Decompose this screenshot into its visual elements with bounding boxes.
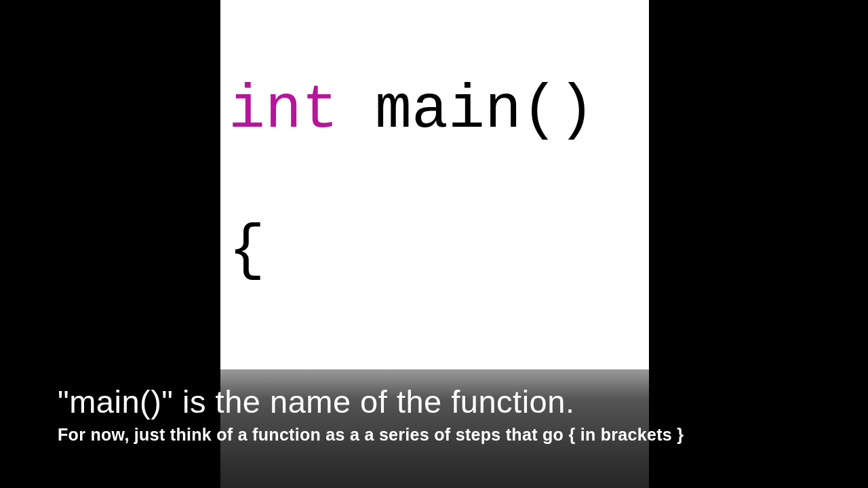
caption-secondary: For now, just think of a function as a a…: [58, 425, 810, 445]
code-panel: int main() { return 0; }: [220, 0, 649, 369]
identifier-main: main: [375, 76, 521, 145]
code-line-2: {: [229, 216, 641, 287]
keyword-int: int: [229, 76, 338, 145]
parens: (): [521, 76, 595, 145]
code-block: int main() { return 0; }: [220, 0, 649, 369]
open-brace: {: [229, 216, 265, 285]
code-line-1: int main(): [229, 76, 641, 146]
code-line-3: [229, 357, 641, 370]
caption-text: "main()" is the name of the function. Fo…: [58, 383, 810, 445]
caption-primary: "main()" is the name of the function.: [58, 383, 810, 421]
frame: int main() { return 0; } "main()" is the…: [0, 0, 868, 488]
